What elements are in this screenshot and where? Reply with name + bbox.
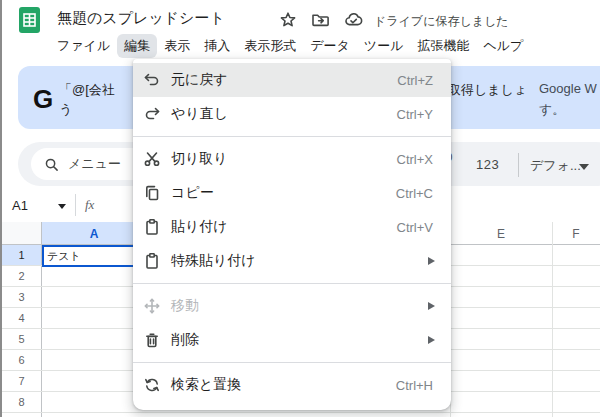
row-header-6: 6 [2,350,41,370]
menu-separator [133,283,451,284]
menu-item-redo[interactable]: やり直し Ctrl+Y [133,97,451,131]
menu-view[interactable]: 表示 [157,34,197,58]
menu-item-cut[interactable]: 切り取り Ctrl+X [133,142,451,176]
cell-a1-selected[interactable]: テスト [42,245,146,267]
menu-file[interactable]: ファイル [50,34,117,58]
menu-help[interactable]: ヘルプ [476,34,530,58]
submenu-arrow-icon [428,257,435,265]
banner-text-fragment: 取得しましょ [448,81,527,99]
row-header-5: 5 [2,329,41,349]
move-icon [143,297,161,315]
number-format-button[interactable]: 123 [476,157,499,172]
banner-side-text: す。 [539,101,565,119]
menu-item-move[interactable]: 移動 [133,289,451,323]
star-icon[interactable] [279,11,297,33]
submenu-arrow-icon [428,302,435,310]
undo-icon [143,71,161,89]
menubar: ファイル 編集 表示 挿入 表示形式 データ ツール 拡張機能 ヘルプ [50,34,530,58]
menu-item-undo[interactable]: 元に戻す Ctrl+Z [133,63,451,97]
search-icon [44,157,59,172]
find-replace-icon [143,376,161,394]
cloud-saved-icon[interactable] [344,11,364,33]
toolbar-divider [518,153,519,177]
menu-separator [133,362,451,363]
name-box-caret-icon[interactable] [58,204,66,209]
row-header-4: 4 [2,308,41,328]
name-box[interactable]: A1 [12,198,28,213]
menu-format[interactable]: 表示形式 [237,34,303,58]
select-all-corner[interactable] [2,222,42,245]
google-g-logo: G [33,84,53,115]
column-header-e[interactable]: E [450,222,552,245]
row-header-1: 1 [2,245,41,265]
banner-text-fragment: 「@[会社 [59,81,115,99]
row-header-2: 2 [2,266,41,286]
row-header-8: 8 [2,392,41,412]
banner-text-fragment: う [59,101,72,119]
menu-edit[interactable]: 編集 [117,34,157,58]
banner-side-text: Google W [539,81,597,96]
menu-insert[interactable]: 挿入 [197,34,237,58]
menu-tools[interactable]: ツール [357,34,411,58]
menu-item-copy[interactable]: コピー Ctrl+C [133,176,451,210]
menu-data[interactable]: データ [303,34,357,58]
menu-extensions[interactable]: 拡張機能 [410,34,476,58]
row-header-3: 3 [2,287,41,307]
sheets-logo-icon[interactable] [18,6,42,38]
font-selector[interactable]: デフォ... [530,157,581,175]
fx-icon: fx [85,197,94,213]
redo-icon [143,105,161,123]
move-to-folder-icon[interactable] [311,11,330,33]
document-title[interactable]: 無題のスプレッドシート [57,9,225,28]
clipboard-icon [143,218,161,236]
menu-item-find-replace[interactable]: 検索と置換 Ctrl+H [133,368,451,402]
save-status-text: ドライブに保存しました [374,13,509,30]
menu-item-delete[interactable]: 削除 [133,323,451,357]
edit-menu-dropdown: 元に戻す Ctrl+Z やり直し Ctrl+Y 切り取り Ctrl+X コピー … [133,59,451,410]
row-header-7: 7 [2,371,41,391]
scissors-icon [143,150,161,168]
formula-bar-divider [75,194,76,216]
column-header-f[interactable]: F [552,222,600,245]
trash-icon [143,331,161,349]
menu-item-paste[interactable]: 貼り付け Ctrl+V [133,210,451,244]
clipboard-special-icon [143,252,161,270]
menu-separator [133,136,451,137]
google-sheets-window: 無題のスプレッドシート ドライブに保存しました ファイル 編集 表示 挿入 表示… [0,0,600,417]
menu-item-paste-special[interactable]: 特殊貼り付け [133,244,451,278]
column-header-a[interactable]: A [42,222,146,245]
copy-icon [143,184,161,202]
chevron-down-icon[interactable] [579,164,589,170]
submenu-arrow-icon [428,336,435,344]
menu-search-label: メニュー [68,155,121,173]
